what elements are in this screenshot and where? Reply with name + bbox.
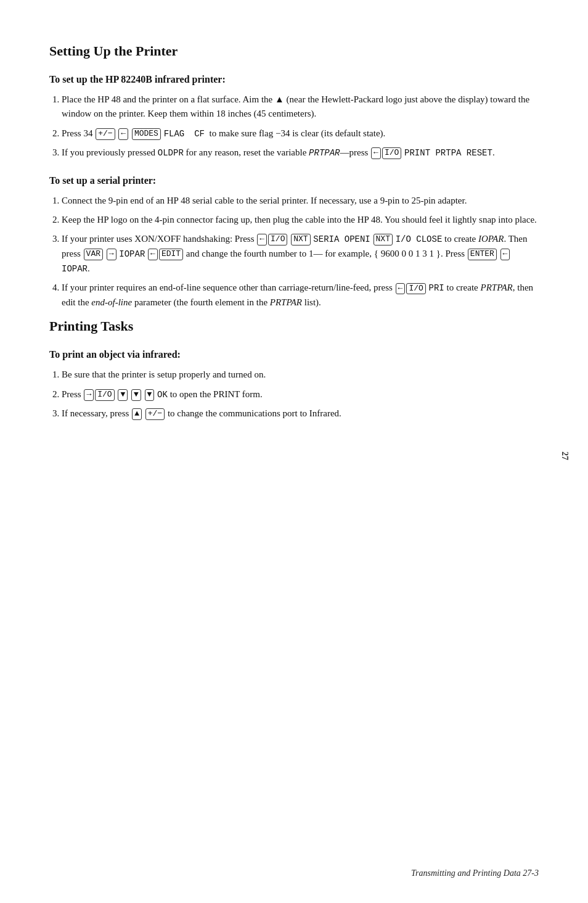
io-close: I/O CLOSE (396, 234, 443, 244)
list-item: If you previously pressed OLDPR for any … (62, 146, 539, 160)
key-left-arrow2: ← (371, 147, 381, 159)
key-left3: ← (257, 234, 267, 245)
press-label: Press (62, 389, 81, 399)
list-item: If necessary, press ▲ +/− to change the … (62, 406, 539, 421)
key-print-prtpa-reset: PRINT PRTPA RESET (404, 148, 492, 158)
key-left4: ← (148, 249, 158, 260)
subsection-title-hp82240b: To set up the HP 82240B infrared printer… (49, 74, 539, 85)
list-item: Be sure that the printer is setup proper… (62, 368, 539, 382)
serial-steps: Connect the 9-pin end of an HP 48 serial… (62, 194, 539, 310)
key-edit: EDIT (159, 249, 183, 260)
footer: Transmitting and Printing Data 27-3 (411, 868, 539, 878)
key-down3: ▼ (145, 389, 155, 401)
key-io4: I/O (95, 389, 114, 401)
key-nxt: NXT (291, 234, 310, 245)
key-io2: I/O (268, 234, 287, 245)
list-item: Press →I/O ▼ ▼ ▼ OK to open the PRINT fo… (62, 387, 539, 402)
hp82240b-steps: Place the HP 48 and the printer on a fla… (62, 93, 539, 160)
end-of-line: end-of-line (91, 297, 132, 307)
key-left-arrow: ← (118, 128, 128, 140)
page-number-side: 27 (560, 452, 570, 460)
key-modes: MODES (132, 128, 161, 140)
list-item: Keep the HP logo on the 4-pin connector … (62, 213, 539, 227)
page: Setting Up the Printer To set up the HP … (0, 0, 588, 903)
print-steps: Be sure that the printer is setup proper… (62, 368, 539, 421)
oldpr-text: OLDPR (158, 148, 184, 158)
pri-text: PRI (429, 283, 444, 293)
key-right-arrow: → (107, 249, 116, 260)
prtpar-list: PRTPAR (270, 297, 302, 307)
key-left5: ← (500, 249, 510, 260)
prtpar2: PRTPAR (481, 282, 513, 292)
subsection-title-serial: To set up a serial printer: (49, 175, 539, 186)
key-plusminus2: +/− (145, 408, 165, 420)
key-right2: → (84, 389, 94, 401)
section-title-printing: Printing Tasks (49, 318, 539, 334)
seria-openi: SERIA OPENI (313, 234, 370, 244)
list-item: If your printer requires an end-of-line … (62, 281, 539, 310)
key-left6: ← (396, 283, 406, 295)
key-up: ▲ (132, 408, 142, 420)
section-title-setup: Setting Up the Printer (49, 43, 539, 59)
key-nxt2: NXT (374, 234, 393, 245)
subsection-title-infrared: To print an object via infrared: (49, 349, 539, 360)
iopar3: IOPAR (62, 264, 88, 274)
key-cf: CF (189, 129, 205, 139)
prtpar-text: PRTPAR (309, 148, 340, 158)
key-down2: ▼ (131, 389, 141, 401)
iopar-text: IOPAR (478, 234, 504, 244)
key-plusminus: +/− (96, 128, 115, 140)
key-enter: ENTER (468, 249, 497, 260)
key-io: I/O (382, 147, 401, 159)
list-item: Connect the 9-pin end of an HP 48 serial… (62, 194, 539, 208)
list-item: If your printer uses XON/XOFF handshakin… (62, 232, 539, 276)
key-io3: I/O (406, 283, 425, 295)
key-flag: FLAG (164, 129, 185, 139)
key-down1: ▼ (118, 389, 128, 401)
list-item: Place the HP 48 and the printer on a fla… (62, 93, 539, 122)
iopar2: IOPAR (119, 249, 145, 259)
ok-label: OK (157, 390, 168, 400)
key-var: VAR (84, 249, 103, 260)
list-item: Press 34 +/− ← MODES FLAG CF to make sur… (62, 126, 539, 141)
